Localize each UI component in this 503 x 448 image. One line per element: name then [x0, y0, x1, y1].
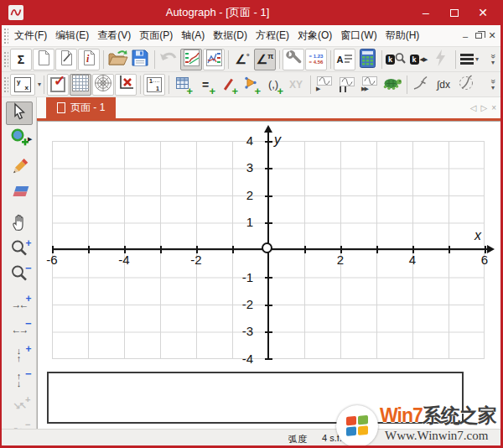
constant-controller-button[interactable]: k◀▶ [407, 49, 429, 70]
fast-plot-button[interactable] [430, 49, 452, 70]
graph-page-style-button[interactable] [180, 49, 202, 70]
open-file-button[interactable] [106, 49, 128, 70]
edit-axes-button[interactable]: yx [10, 74, 35, 96]
add-vector-button[interactable]: + [240, 74, 262, 96]
add-table-button[interactable]: + [172, 74, 194, 96]
radians-mode-button[interactable]: ∠π [254, 49, 276, 70]
animation-pause-button[interactable] [336, 74, 358, 96]
degrees-mode-button[interactable]: ∠° [231, 49, 253, 70]
settings-button[interactable] [283, 49, 304, 70]
graph-page[interactable]: -6 -4 -2 2 4 6 4 3 2 1 -1 -2 -3 -4 [37, 121, 500, 429]
menu-equation[interactable]: 方程(E) [252, 29, 293, 43]
calculator-button[interactable] [356, 49, 378, 70]
aspect-ratio-icon: 11 [147, 77, 162, 92]
x-axis-arrow-icon [487, 245, 495, 253]
menu-object[interactable]: 对象(O) [293, 29, 336, 43]
add-point-button[interactable]: ▶ [6, 127, 33, 150]
decimal-places-button[interactable]: = 1.23= 4.56 [305, 49, 327, 70]
info-i-glyph: i [86, 53, 89, 65]
menu-data[interactable]: 数据(D) [209, 29, 252, 43]
undo-button[interactable] [158, 49, 179, 70]
slow-plot-button[interactable] [381, 74, 403, 96]
animation-fast-forward-button[interactable]: ▶▶ [359, 74, 381, 96]
zoom-in-x-button[interactable]: →←+ [6, 293, 33, 316]
toolbar1-overflow-button[interactable]: »▾ [487, 53, 499, 66]
menu-axes[interactable]: 轴(A) [177, 29, 209, 43]
show-grid-button[interactable] [70, 74, 91, 96]
zoom-in-button[interactable]: + [6, 237, 33, 261]
prev-page-button[interactable]: ◁ [470, 103, 477, 112]
maximize-button[interactable] [440, 2, 469, 23]
autograph-window: Autograph - [页面 - 1] – ✕ 文件(F) 编辑(E) 查看(… [0, 0, 503, 448]
toolbar2-grip[interactable] [3, 76, 8, 93]
close-button[interactable]: ✕ [469, 2, 497, 23]
add-coordinates-button[interactable]: (,)+ [262, 74, 284, 96]
step-arrows-icon: ◀▶ [420, 56, 428, 63]
overflow-chevrons-icon: » [490, 79, 496, 84]
constant-spinner-button[interactable]: k [385, 49, 407, 70]
animation-play-button[interactable]: ▶ [314, 74, 335, 96]
zoom-out-button[interactable]: − [6, 263, 33, 286]
polar-grid-button[interactable] [92, 74, 114, 96]
arrows-out-icon: ←→ [12, 324, 27, 336]
mdi-minimize-button[interactable]: – [459, 29, 472, 43]
edit-page-button[interactable] [55, 49, 77, 70]
windows-logo-icon [336, 405, 378, 447]
xy-attributes-button[interactable]: XY [285, 74, 307, 96]
watermark-site: Www.Winwin7.com [385, 429, 488, 443]
mdi-close-button[interactable]: ✕ [485, 29, 499, 43]
new-page-button[interactable] [33, 49, 54, 70]
save-file-button[interactable] [129, 49, 151, 70]
menu-view[interactable]: 查看(V) [93, 29, 135, 43]
statistics-sigma-button[interactable]: Σ [10, 49, 32, 70]
zoom-out-y-button[interactable]: ↑↓− [6, 368, 33, 392]
pencil-draw-button[interactable] [6, 157, 33, 180]
minus-glyph: − [25, 367, 32, 380]
origin-marker[interactable] [262, 242, 272, 253]
zoom-in-y-button[interactable]: ↓↑+ [6, 343, 33, 367]
line-thickness-button[interactable]: ▾ [459, 49, 480, 70]
x-tick-label: 2 [337, 253, 344, 267]
pen-icon [412, 76, 429, 93]
scribble-button[interactable] [455, 74, 477, 96]
pan-hand-button[interactable] [6, 212, 33, 236]
add-gradient-button[interactable]: + [217, 74, 239, 96]
minimize-button[interactable]: – [412, 2, 440, 23]
default-axes-button[interactable]: ✓ [47, 74, 69, 96]
integral-button[interactable]: ∫dx [433, 74, 454, 96]
select-mode-button[interactable] [6, 102, 33, 125]
data-page-style-button[interactable] [203, 49, 225, 70]
hide-axes-button[interactable] [115, 74, 137, 96]
menu-edit[interactable]: 编辑(E) [51, 29, 93, 43]
text-lines-icon [345, 53, 352, 65]
zoom-in-xy-button[interactable]: ↘↖+ [6, 393, 33, 417]
toolbar1-grip[interactable] [3, 51, 8, 68]
add-equation-button[interactable]: =+ [194, 74, 216, 96]
x-tick-label: 4 [409, 253, 416, 267]
zoom-out-x-button[interactable]: ←→− [6, 318, 33, 341]
menu-file[interactable]: 文件(F) [10, 29, 51, 43]
menu-window[interactable]: 窗口(W) [336, 29, 381, 43]
y-tick-label: 4 [218, 133, 253, 148]
mdi-restore-button[interactable] [472, 29, 485, 43]
toolbar2-overflow-button[interactable]: »▾ [487, 78, 499, 91]
window-title: Autograph - [页面 - 1] [23, 5, 412, 20]
text-box-button[interactable]: A [334, 49, 355, 70]
close-page-button[interactable]: × [491, 103, 496, 112]
angle-mode-status: 弧度 [288, 433, 307, 445]
page-info-button[interactable]: i [78, 49, 100, 70]
y-tick-label: 1 [218, 215, 253, 230]
wrench-icon [285, 49, 302, 69]
whiteboard-pen-button[interactable] [410, 74, 432, 96]
y-tick-label: -2 [218, 297, 253, 312]
arrows-vertical-out-icon: ↑↓ [17, 372, 22, 388]
menu-page[interactable]: 页面(P) [135, 29, 177, 43]
tab-page-1[interactable]: 页面 - 1 [46, 97, 116, 118]
equal-aspect-button[interactable]: 11 [143, 74, 165, 96]
pencil-icon [9, 157, 29, 180]
next-page-button[interactable]: ▷ [480, 103, 487, 112]
menubar-grip[interactable] [3, 28, 8, 44]
menu-help[interactable]: 帮助(H) [381, 29, 424, 43]
axes-dropdown-icon[interactable]: ▾ [38, 81, 41, 88]
eraser-button[interactable] [6, 182, 33, 206]
